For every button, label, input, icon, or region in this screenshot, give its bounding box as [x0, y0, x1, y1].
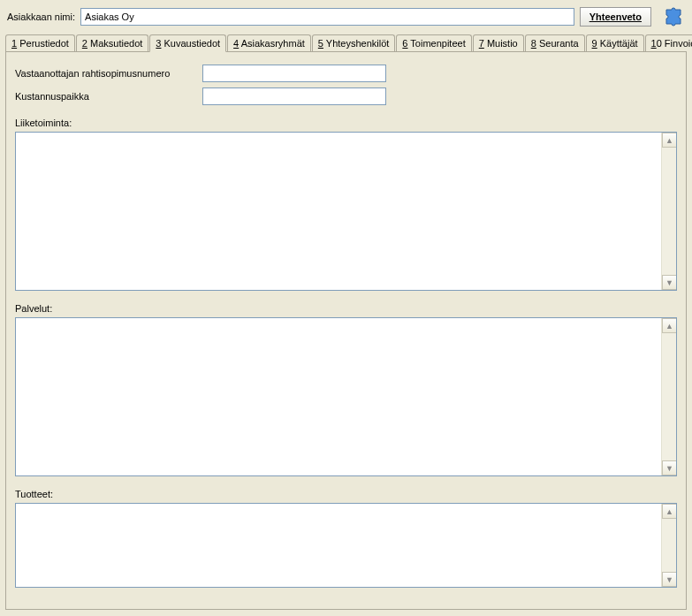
tab-yhteyshenkilöt[interactable]: 5 Yhteyshenkilöt [312, 34, 396, 52]
scrollbar[interactable] [661, 318, 676, 475]
tab-asiakasryhmät[interactable]: 4 Asiakasryhmät [227, 34, 311, 52]
summary-button[interactable]: Yhteenveto [580, 7, 651, 27]
freight-input[interactable] [202, 65, 386, 82]
costcenter-input[interactable] [202, 87, 386, 105]
services-textarea[interactable] [16, 318, 660, 475]
scrollbar[interactable] [661, 504, 676, 587]
products-textarea[interactable] [16, 504, 660, 587]
costcenter-row: Kustannuspaikka [15, 87, 677, 105]
tab-toimenpiteet[interactable]: 6 Toimenpiteet [396, 34, 471, 52]
tab-maksutiedot[interactable]: 2 Maksutiedot [76, 34, 149, 52]
puzzle-icon[interactable] [662, 5, 685, 28]
scroll-up-icon[interactable] [662, 318, 677, 333]
tab-kuvaustiedot[interactable]: 3 Kuvaustiedot [149, 34, 226, 52]
freight-row: Vastaanottajan rahtisopimusnumero [15, 65, 677, 82]
services-label: Palvelut: [15, 303, 677, 314]
tab-panel-kuvaustiedot: Vastaanottajan rahtisopimusnumero Kustan… [5, 51, 687, 610]
scroll-down-icon[interactable] [662, 460, 677, 475]
scroll-up-icon[interactable] [662, 133, 677, 148]
services-textarea-wrap [15, 317, 677, 476]
freight-label: Vastaanottajan rahtisopimusnumero [15, 68, 202, 79]
scroll-up-icon[interactable] [662, 504, 677, 519]
products-textarea-wrap [15, 503, 677, 588]
customer-name-input[interactable] [80, 8, 574, 26]
scrollbar[interactable] [661, 133, 676, 290]
customer-name-label: Asiakkaan nimi: [7, 11, 75, 22]
tab-finvoice[interactable]: 10 Finvoice [645, 34, 692, 52]
tab-perustiedot[interactable]: 1 Perustiedot [5, 34, 75, 52]
business-textarea[interactable] [16, 133, 660, 290]
tab-seuranta[interactable]: 8 Seuranta [525, 34, 585, 52]
business-label: Liiketoiminta: [15, 118, 677, 128]
products-label: Tuotteet: [15, 489, 677, 499]
costcenter-label: Kustannuspaikka [15, 91, 202, 102]
tab-käyttäjät[interactable]: 9 Käyttäjät [586, 34, 644, 52]
tab-muistio[interactable]: 7 Muistio [473, 34, 524, 52]
scroll-down-icon[interactable] [662, 572, 677, 587]
business-textarea-wrap [15, 132, 677, 291]
scroll-down-icon[interactable] [662, 275, 677, 290]
header-row: Asiakkaan nimi: Yhteenveto [0, 0, 692, 32]
tab-bar: 1 Perustiedot2 Maksutiedot3 Kuvaustiedot… [0, 34, 692, 51]
